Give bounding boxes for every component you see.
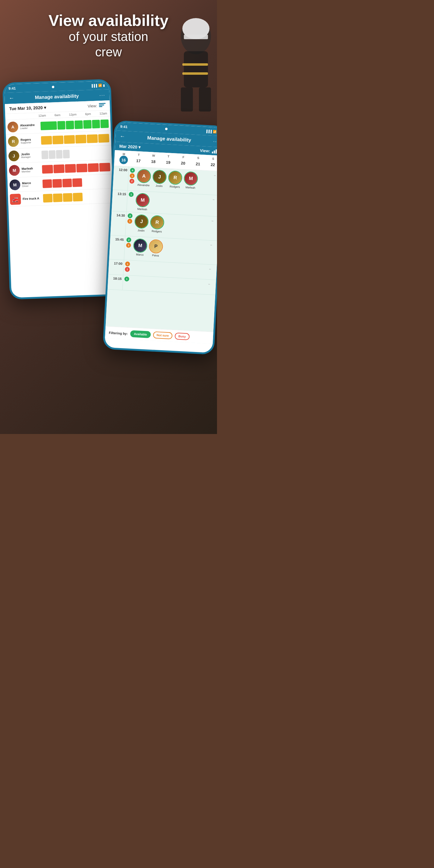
person-rodgers[interactable]: R Rodgers [168,170,183,188]
avatar-slot-joslin: J [152,170,167,184]
badge-green-1545: 2 [126,237,131,242]
person-alexandre[interactable]: A Alexandre [136,169,151,187]
badge-red-1700: 1 [125,267,130,272]
header-title-back: Manage availability [35,93,79,100]
more-button-back[interactable]: ··· [99,92,105,98]
crew-info-rogers: Rogers Supporter [21,137,41,144]
time-12am: 12am [38,114,46,117]
slot-time-1545: 15:45 [109,236,125,260]
slot-people-1430: J Joslin R Rodgers [133,213,210,240]
person-rodgers-1430[interactable]: R Rodgers [150,215,164,233]
slot-people-1315: M Marleah [134,191,211,216]
avatar-slot-marleah: M [184,171,198,186]
day-col-wed[interactable]: W 18 [146,154,160,166]
month-display[interactable]: Mar 2020 ▾ [119,144,141,150]
date-display[interactable]: Tue Mar 10, 2020 ▾ [9,105,46,111]
notch-dot [52,86,54,88]
bar-joslin [41,148,110,159]
truck-icon: 🚒 [10,193,21,205]
badge-green-1815: 1 [124,276,129,281]
phone-timeline: 9:41 ▐▐▐ 📶 ▮ ← Manage availability ··· T… [2,79,119,300]
avatar-slot-rodgers-1430: R [150,215,164,230]
day-col-tue[interactable]: T 17 [131,153,146,165]
back-button-front[interactable]: ← [120,133,125,140]
time-6pm: 6pm [85,112,91,116]
slot-people-1200: A Alexandre J Joslin R Rodg [135,167,213,195]
name-joslin: Joslin [156,184,163,187]
crew-info-truck: Fire truck A [23,196,43,200]
avatar-slot-joslin-1430: J [134,214,149,229]
view-toggle[interactable]: View: [88,103,106,108]
crew-info-marco: Marco Driver [22,181,43,187]
day-col-sun[interactable]: S 22 [206,157,217,169]
avatar-slot-rodgers: R [168,170,182,185]
name-alexandre: Alexandre [137,183,150,187]
more-1700[interactable]: ··· [207,265,217,280]
hero-line1: View availability [49,12,168,29]
time-6am: 6am [55,113,61,117]
name-marleah: Marleah [185,186,195,189]
bar-marco [42,177,111,188]
view-label: View: [88,103,97,108]
person-marleah-1315[interactable]: M Marleah [135,193,150,211]
back-button-back[interactable]: ← [9,95,14,101]
name-marco-1545: Marco [136,253,144,256]
day-col-fri[interactable]: F 20 [176,155,190,167]
more-1815[interactable]: ··· [206,280,216,295]
badge-red-1200: 2 [129,179,134,184]
phones-showcase: 9:41 ▐▐▐ 📶 ▮ ← Manage availability ··· T… [0,72,217,403]
avatar-alexandre: A [7,121,19,132]
notch-dot-front [165,128,167,130]
signal-icon: ▐▐▐ [91,84,97,87]
view-area[interactable]: View: [200,148,217,154]
avatar-marleah: M [9,164,20,176]
avatar-slot-paiva-1545: P [149,239,163,253]
status-icons-back: ▐▐▐ 📶 ▮ [91,84,105,87]
badge-orange-1700: 1 [125,261,130,267]
crew-info-marleah: Marleah Member [22,166,42,173]
hero-section: View availability of your station crew [0,0,217,66]
avatar-slot-marco-1545: M [133,239,147,253]
status-time-back: 9:41 [8,86,16,91]
filter-not-sure[interactable]: Not sure [153,331,173,339]
slot-time-1700: 17:00 [108,259,124,275]
more-1315[interactable]: ··· [210,195,217,216]
name-marleah-1315: Marleah [137,207,147,211]
bar-truck [43,192,112,203]
badge-green-1315: 1 [129,192,134,197]
status-time-front: 9:41 [120,124,128,129]
avatar-rogers: R [8,135,19,147]
schedule-area: 12:00 4 1 2 A Alexandre J [105,166,217,344]
signal-icon-front: ▐▐▐ [205,129,212,133]
crew-info-joslin: Joslin Manager [21,152,42,158]
hero-line2: of your station [69,30,148,44]
slot-time-1815: 18:15 [107,274,123,290]
more-1545[interactable]: ··· [208,241,217,265]
person-joslin[interactable]: J Joslin [152,170,167,188]
avatar-joslin: J [8,150,19,161]
hero-line3: crew [95,45,122,59]
more-1200[interactable]: ··· [212,171,217,195]
more-1430[interactable]: ··· [209,216,217,241]
day-col-mon[interactable]: M 16 [117,152,131,164]
badge-green-1430: 2 [127,213,133,218]
person-paiva-1545[interactable]: P Paiva [149,239,163,257]
crew-info-alexandre: Alexandre Leader [20,123,41,130]
badge-green-1200: 4 [130,168,135,173]
person-joslin-1430[interactable]: J Joslin [134,214,149,232]
avatar-slot-marleah-1315: M [135,193,150,207]
wifi-icon: 📶 [98,84,102,87]
name-rodgers-1430: Rodgers [152,230,162,233]
slot-badges-1700: 1 1 [123,260,131,275]
day-col-thu[interactable]: T 19 [161,154,176,167]
filter-available[interactable]: Available [130,330,151,338]
crew-list: A Alexandre Leader [5,116,113,207]
more-button-front[interactable]: ··· [213,138,217,144]
badge-orange-1200: 1 [130,173,135,179]
status-icons-front: ▐▐▐ 📶 ▮ [205,129,217,133]
person-marco-1545[interactable]: M Marco [133,239,148,256]
day-col-sat[interactable]: S 21 [191,156,205,168]
person-marleah[interactable]: M Marleah [184,171,198,189]
filter-busy[interactable]: Busy [175,333,190,340]
slot-time-1315: 13:15 [112,190,128,212]
